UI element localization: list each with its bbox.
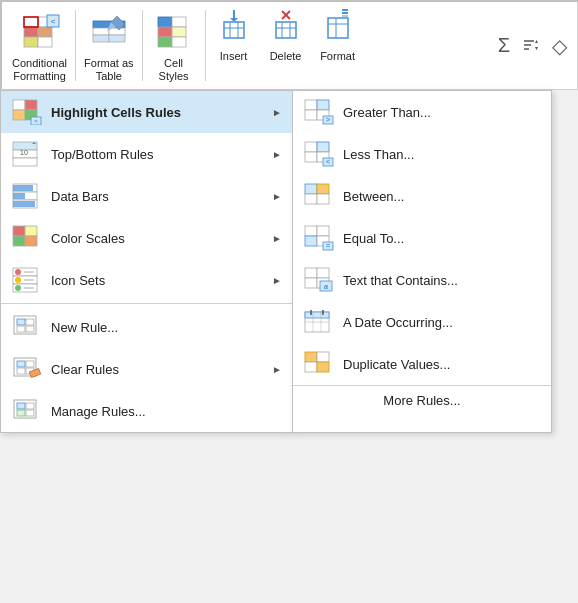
svg-rect-11 <box>109 28 125 35</box>
diamond-icon[interactable]: ◇ <box>546 2 573 89</box>
svg-rect-74 <box>17 319 25 325</box>
between-menu-item[interactable]: Between... <box>293 175 551 217</box>
color-scales-arrow: ► <box>272 233 282 244</box>
svg-rect-95 <box>305 142 317 152</box>
svg-rect-45 <box>13 110 25 120</box>
data-bars-label: Data Bars <box>51 189 268 204</box>
top-bottom-menu-item[interactable]: 10 Top/Bottom Rules ► <box>1 133 292 175</box>
svg-point-68 <box>15 277 21 283</box>
highlight-cells-label: Highlight Cells Rules <box>51 105 268 120</box>
svg-rect-113 <box>305 278 317 288</box>
svg-rect-10 <box>93 28 109 35</box>
svg-rect-32 <box>328 18 348 38</box>
date-occurring-icon <box>303 308 335 336</box>
left-menu: < Highlight Cells Rules ► 10 Top/Bottom … <box>0 90 292 433</box>
svg-rect-60 <box>13 226 25 236</box>
svg-rect-44 <box>25 100 37 110</box>
clear-rules-menu-item[interactable]: Clear Rules ► <box>1 348 292 390</box>
svg-point-69 <box>15 285 21 291</box>
equal-to-menu-item[interactable]: = Equal To... <box>293 217 551 259</box>
svg-rect-16 <box>158 37 172 47</box>
clear-rules-icon <box>11 355 43 383</box>
cell-styles-button[interactable]: CellStyles <box>145 2 203 89</box>
conditional-formatting-label: ConditionalFormatting <box>12 57 67 83</box>
more-rules-item[interactable]: More Rules... <box>293 385 551 415</box>
svg-rect-19 <box>172 37 186 47</box>
sigma-icon[interactable]: Σ <box>492 2 516 89</box>
data-bars-menu-item[interactable]: Data Bars ► <box>1 175 292 217</box>
top-bottom-arrow: ► <box>272 149 282 160</box>
sort-icon[interactable] <box>516 2 546 89</box>
svg-rect-106 <box>317 226 329 236</box>
data-bars-arrow: ► <box>272 191 282 202</box>
svg-rect-90 <box>317 100 329 110</box>
svg-rect-0 <box>24 17 38 27</box>
less-than-menu-item[interactable]: < Less Than... <box>293 133 551 175</box>
insert-icon <box>216 6 252 48</box>
color-scales-icon <box>11 224 43 252</box>
svg-rect-58 <box>13 193 25 199</box>
ribbon-right-area: Σ ◇ <box>492 2 573 89</box>
ribbon-divider-2 <box>142 10 143 81</box>
top-bottom-icon: 10 <box>11 140 43 168</box>
duplicate-values-menu-item[interactable]: Duplicate Values... <box>293 343 551 385</box>
svg-rect-127 <box>317 362 329 372</box>
svg-rect-3 <box>38 27 52 37</box>
format-as-table-label: Format asTable <box>84 57 134 83</box>
less-than-label: Less Than... <box>343 147 414 162</box>
svg-rect-107 <box>305 236 317 246</box>
icon-sets-label: Icon Sets <box>51 273 268 288</box>
svg-rect-86 <box>17 410 25 416</box>
date-occurring-label: A Date Occurring... <box>343 315 453 330</box>
svg-text:<: < <box>326 158 330 165</box>
highlight-cells-arrow: ► <box>272 107 282 118</box>
svg-rect-79 <box>17 361 25 367</box>
between-icon <box>303 182 335 210</box>
date-occurring-menu-item[interactable]: A Date Occurring... <box>293 301 551 343</box>
svg-rect-75 <box>17 326 25 332</box>
clear-rules-arrow: ► <box>272 364 282 375</box>
cell-styles-label: CellStyles <box>159 57 189 83</box>
clear-rules-label: Clear Rules <box>51 362 268 377</box>
format-as-table-button[interactable]: Format asTable <box>78 2 140 89</box>
manage-rules-icon <box>11 397 43 425</box>
new-rule-label: New Rule... <box>51 320 282 335</box>
text-contains-menu-item[interactable]: a Text that Contains... <box>293 259 551 301</box>
svg-rect-76 <box>26 319 34 325</box>
highlight-cells-icon: < <box>11 98 43 126</box>
svg-rect-104 <box>317 194 329 204</box>
insert-button[interactable]: Insert <box>208 2 260 89</box>
cell-styles-icon <box>156 9 192 57</box>
svg-rect-43 <box>13 100 25 110</box>
svg-rect-20 <box>224 22 244 38</box>
manage-rules-label: Manage Rules... <box>51 404 282 419</box>
format-as-table-icon <box>89 9 129 57</box>
svg-rect-91 <box>305 110 317 120</box>
manage-rules-menu-item[interactable]: Manage Rules... <box>1 390 292 432</box>
equal-to-label: Equal To... <box>343 231 404 246</box>
svg-rect-105 <box>305 226 317 236</box>
new-rule-menu-item[interactable]: New Rule... <box>1 306 292 348</box>
svg-marker-41 <box>535 40 538 43</box>
format-label: Format <box>320 50 355 62</box>
icon-sets-menu-item[interactable]: Icon Sets ► <box>1 259 292 301</box>
conditional-formatting-button[interactable]: < ConditionalFormatting <box>6 2 73 89</box>
text-contains-label: Text that Contains... <box>343 273 458 288</box>
greater-than-icon: > <box>303 98 335 126</box>
text-contains-icon: a <box>303 266 335 294</box>
data-bars-icon <box>11 182 43 210</box>
color-scales-menu-item[interactable]: Color Scales ► <box>1 217 292 259</box>
svg-rect-26 <box>276 22 296 38</box>
delete-label: Delete <box>270 50 302 62</box>
svg-rect-85 <box>17 403 25 409</box>
insert-label: Insert <box>220 50 248 62</box>
svg-text:a: a <box>324 282 329 291</box>
svg-rect-103 <box>305 194 317 204</box>
duplicate-values-icon <box>303 350 335 378</box>
menu-divider-1 <box>1 303 292 304</box>
delete-button[interactable]: Delete <box>260 2 312 89</box>
svg-rect-97 <box>305 152 317 162</box>
greater-than-menu-item[interactable]: > Greater Than... <box>293 91 551 133</box>
highlight-cells-menu-item[interactable]: < Highlight Cells Rules ► <box>1 91 292 133</box>
format-button[interactable]: Format <box>312 2 364 89</box>
